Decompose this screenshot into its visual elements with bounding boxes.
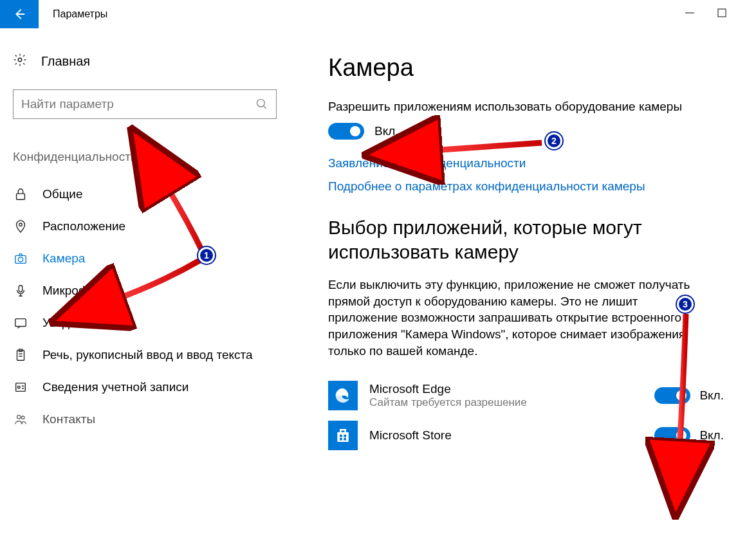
svg-rect-21 xyxy=(337,432,349,442)
app-title: Microsoft Store xyxy=(369,428,643,443)
sidebar-item-microphone[interactable]: Микрофон xyxy=(13,275,302,307)
titlebar: Параметры xyxy=(0,0,756,28)
window-title: Параметры xyxy=(53,8,107,20)
toggle-label: Вкл. xyxy=(374,124,399,138)
search-icon xyxy=(255,98,268,111)
sidebar-item-label: Расположение xyxy=(42,219,125,233)
sidebar-item-label: Камера xyxy=(42,251,85,266)
camera-icon xyxy=(13,251,28,266)
page-heading: Камера xyxy=(328,54,730,82)
lock-icon xyxy=(13,187,28,201)
toggle-label: Вкл. xyxy=(699,428,724,443)
app-row-edge: Microsoft Edge Сайтам требуется разрешен… xyxy=(328,376,730,415)
content-pane: Камера Разрешить приложениям использоват… xyxy=(302,28,756,557)
gear-icon xyxy=(13,53,27,70)
sidebar-home-label: Главная xyxy=(41,54,90,69)
privacy-more-link[interactable]: Подробнее о параметрах конфиденциальност… xyxy=(328,179,730,194)
svg-rect-22 xyxy=(340,435,342,437)
location-icon xyxy=(13,219,28,233)
store-icon xyxy=(328,421,358,450)
app-subtitle: Сайтам требуется разрешение xyxy=(369,396,643,409)
toggle-label: Вкл. xyxy=(699,388,724,403)
maximize-icon xyxy=(717,8,727,18)
svg-rect-25 xyxy=(344,438,346,441)
choose-apps-desc: Если выключить эту функцию, приложение н… xyxy=(328,277,695,359)
sidebar-item-notifications[interactable]: Уведомления xyxy=(13,307,302,339)
sidebar-item-account[interactable]: Сведения учетной записи xyxy=(13,371,302,403)
svg-rect-1 xyxy=(718,9,726,17)
sidebar-home[interactable]: Главная xyxy=(13,48,302,82)
clipboard-icon xyxy=(13,348,28,362)
back-button[interactable] xyxy=(0,0,39,28)
sidebar-item-speech[interactable]: Речь, рукописный ввод и ввод текста xyxy=(13,339,302,371)
contacts-icon xyxy=(13,412,28,426)
sidebar-item-label: Уведомления xyxy=(42,316,119,330)
sidebar-item-location[interactable]: Расположение xyxy=(13,210,302,242)
maximize-button[interactable] xyxy=(714,5,730,21)
minimize-icon xyxy=(685,8,695,18)
sidebar: Главная Конфиденциальность Общие Располо… xyxy=(0,28,302,557)
search-box[interactable] xyxy=(13,89,277,119)
notification-icon xyxy=(13,316,28,330)
app-toggle-store[interactable] xyxy=(654,427,690,444)
choose-apps-heading: Выбор приложений, которые могут использо… xyxy=(328,215,682,264)
account-icon xyxy=(13,380,28,394)
svg-rect-23 xyxy=(344,435,346,437)
sidebar-item-label: Контакты xyxy=(42,412,95,426)
sidebar-item-general[interactable]: Общие xyxy=(13,178,302,210)
sidebar-item-camera[interactable]: Камера xyxy=(13,242,302,275)
svg-point-8 xyxy=(18,257,23,262)
privacy-statement-link[interactable]: Заявление о конфиденциальности xyxy=(328,156,730,170)
category-header: Конфиденциальность xyxy=(13,150,302,164)
allow-apps-text: Разрешить приложениям использовать обору… xyxy=(328,100,688,114)
sidebar-item-contacts[interactable]: Контакты xyxy=(13,403,302,435)
window-controls xyxy=(681,0,730,26)
sidebar-item-label: Общие xyxy=(42,187,82,201)
svg-point-3 xyxy=(257,100,265,107)
edge-icon xyxy=(328,381,358,410)
arrow-left-icon xyxy=(12,7,26,21)
app-toggle-edge[interactable] xyxy=(654,387,690,404)
minimize-button[interactable] xyxy=(681,5,698,21)
search-input[interactable] xyxy=(21,97,255,111)
svg-point-16 xyxy=(17,386,20,388)
svg-point-20 xyxy=(21,416,24,419)
svg-rect-5 xyxy=(17,194,25,199)
app-row-store: Microsoft Store Вкл. xyxy=(328,415,730,455)
microphone-icon xyxy=(13,284,28,298)
sidebar-item-label: Речь, рукописный ввод и ввод текста xyxy=(42,348,253,362)
svg-rect-24 xyxy=(340,438,342,441)
svg-point-2 xyxy=(18,58,22,62)
svg-line-4 xyxy=(264,106,266,109)
svg-rect-10 xyxy=(15,319,26,327)
svg-point-19 xyxy=(17,415,21,419)
svg-rect-9 xyxy=(19,286,23,292)
sidebar-item-label: Микрофон xyxy=(42,284,102,298)
svg-point-6 xyxy=(19,223,23,226)
app-title: Microsoft Edge xyxy=(369,382,643,396)
camera-master-toggle[interactable] xyxy=(328,123,364,140)
sidebar-item-label: Сведения учетной записи xyxy=(42,380,189,394)
